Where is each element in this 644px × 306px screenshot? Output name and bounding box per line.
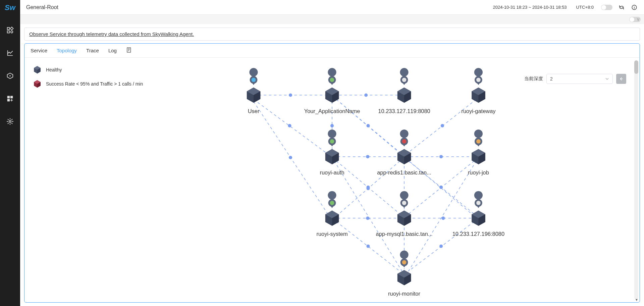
view-toggle[interactable]: V — [629, 17, 641, 22]
node-system-label: ruoyi-system — [316, 231, 347, 237]
nav-chart-icon[interactable] — [5, 48, 15, 58]
legend-healthy-icon — [33, 65, 42, 74]
node-job-label: ruoyi-job — [468, 169, 489, 175]
svg-point-43 — [366, 245, 370, 248]
svg-point-55 — [476, 78, 481, 82]
tabs: Service Topology Trace Log — [24, 44, 640, 58]
node-gateway-label: ruoyi-gateway — [461, 108, 496, 114]
node-your-app-label: Your_ApplicationName — [304, 108, 360, 114]
svg-point-60 — [402, 201, 407, 205]
time-range[interactable]: 2024-10-31 18:23 ~ 2024-10-31 18:53 — [493, 5, 567, 10]
description-text: Observe Service through telemetry data c… — [29, 31, 194, 37]
description-box: Observe Service through telemetry data c… — [24, 28, 640, 41]
page-title: General-Root — [26, 4, 58, 10]
theme-toggle[interactable] — [601, 5, 612, 10]
scroll-down-icon[interactable]: ▼ — [635, 298, 638, 302]
svg-point-26 — [439, 155, 443, 158]
depth-select[interactable]: 2 — [546, 74, 613, 84]
node-ip2[interactable]: 10.233.127.196:8080 — [452, 191, 504, 237]
svg-point-28 — [366, 124, 370, 128]
panel: Service Topology Trace Log Heal — [24, 43, 640, 303]
node-user[interactable]: User — [247, 68, 260, 114]
svg-point-52 — [252, 78, 256, 82]
svg-rect-0 — [7, 28, 9, 30]
nav-alert-icon[interactable] — [5, 71, 15, 81]
svg-line-50 — [334, 161, 402, 271]
depth-value: 2 — [550, 76, 553, 82]
svg-point-18 — [330, 124, 334, 128]
svg-point-24 — [366, 155, 369, 158]
node-redis-label: app-redis1.basic.tan... — [377, 169, 431, 175]
svg-rect-7 — [7, 99, 10, 101]
node-redis[interactable]: app-redis1.basic.tan... — [377, 130, 431, 175]
info-icon[interactable] — [631, 4, 638, 11]
svg-point-48 — [439, 245, 443, 248]
svg-point-53 — [330, 78, 334, 82]
svg-rect-2 — [7, 31, 9, 33]
svg-point-40 — [441, 216, 445, 220]
legend-healthy-label: Healthy — [46, 67, 62, 72]
logo: Sw — [5, 3, 15, 12]
node-mysql-label: app-mysql1.basic.tan... — [376, 231, 433, 237]
svg-rect-1 — [10, 27, 13, 30]
node-auth[interactable]: ruoyi-auth — [320, 130, 344, 175]
node-ip2-label: 10.233.127.196:8080 — [452, 231, 504, 237]
scrollbar-thumb[interactable] — [634, 60, 638, 74]
timezone-label: UTC+8:0 — [576, 5, 594, 10]
svg-point-32 — [366, 216, 369, 220]
svg-point-36 — [366, 187, 370, 190]
svg-point-4 — [9, 75, 11, 76]
svg-point-58 — [476, 139, 481, 144]
tab-topology[interactable]: Topology — [57, 48, 77, 53]
nav-settings-icon[interactable] — [5, 117, 15, 126]
svg-point-3 — [11, 31, 13, 33]
refresh-icon[interactable] — [618, 4, 625, 11]
tab-trace[interactable]: Trace — [86, 48, 99, 53]
svg-point-14 — [289, 93, 292, 97]
node-monitor[interactable]: ruoyi-monitor — [388, 250, 420, 296]
tab-edit-icon[interactable] — [126, 47, 132, 54]
svg-point-56 — [330, 139, 334, 144]
depth-label: 当前深度 — [524, 76, 543, 82]
chevron-down-icon — [605, 77, 609, 81]
topology-canvas[interactable]: Healthy Success Rate < 95% and Traffic >… — [24, 58, 640, 302]
topbar: General-Root 2024-10-31 18:23 ~ 2024-10-… — [20, 0, 644, 15]
tab-service[interactable]: Service — [31, 48, 47, 53]
svg-rect-6 — [10, 96, 13, 98]
svg-point-16 — [364, 93, 368, 97]
subbar: V — [20, 15, 644, 24]
legend-unhealthy-label: Success Rate < 95% and Traffic > 1 calls… — [46, 81, 143, 87]
svg-point-8 — [9, 120, 11, 122]
svg-point-22 — [289, 156, 292, 159]
svg-point-57 — [402, 139, 407, 144]
svg-point-46 — [439, 186, 443, 189]
back-button[interactable] — [616, 74, 626, 84]
svg-point-20 — [288, 124, 291, 128]
tab-log[interactable]: Log — [108, 48, 117, 53]
svg-point-10 — [634, 6, 635, 7]
scrollbar-vertical[interactable] — [634, 60, 638, 300]
depth-control: 当前深度 2 — [524, 74, 626, 84]
node-ip1[interactable]: 10.233.127.119:8080 — [378, 68, 430, 114]
legend-unhealthy-icon — [33, 79, 42, 89]
svg-point-59 — [330, 201, 334, 205]
node-user-label: User — [248, 108, 260, 114]
svg-point-30 — [441, 124, 444, 128]
node-auth-label: ruoyi-auth — [320, 169, 344, 175]
svg-rect-5 — [7, 96, 10, 98]
sidebar: Sw — [0, 0, 20, 306]
svg-point-54 — [402, 78, 407, 82]
node-system[interactable]: ruoyi-system — [316, 191, 347, 237]
node-ip1-label: 10.233.127.119:8080 — [378, 108, 430, 114]
nav-grid-icon[interactable] — [5, 94, 15, 103]
node-monitor-label: ruoyi-monitor — [388, 291, 420, 297]
svg-point-61 — [476, 201, 481, 205]
nav-dashboard-icon[interactable] — [5, 26, 15, 35]
legend: Healthy Success Rate < 95% and Traffic >… — [33, 65, 143, 93]
svg-point-62 — [402, 260, 407, 265]
view-toggle-label: V — [637, 18, 639, 21]
svg-line-49 — [409, 161, 476, 271]
topology-svg: User Your_ApplicationName 10.233.127.119… — [24, 58, 640, 302]
node-job[interactable]: ruoyi-job — [468, 130, 489, 175]
node-mysql[interactable]: app-mysql1.basic.tan... — [376, 191, 433, 237]
